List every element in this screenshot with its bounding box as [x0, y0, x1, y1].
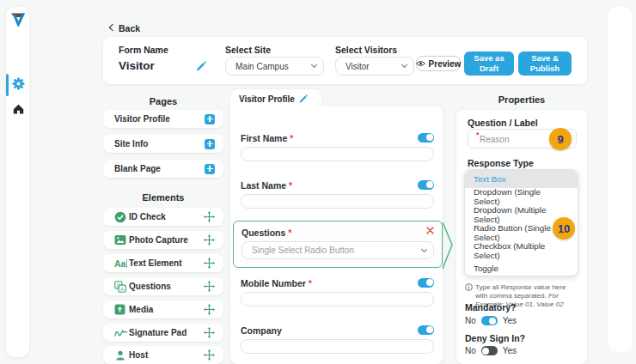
element-item-host[interactable]: Host: [103, 346, 223, 364]
form-name-value: Visitor: [119, 59, 155, 72]
page-item-label: Blank Page: [114, 164, 205, 173]
element-item-photo-capture[interactable]: Photo Capture: [103, 231, 223, 249]
questions-response-value: Single Select Radio Button: [252, 246, 422, 255]
back-button[interactable]: Back: [110, 23, 140, 33]
chevron-left-icon: [109, 24, 116, 31]
add-page-icon[interactable]: [205, 139, 215, 149]
add-page-icon[interactable]: [205, 114, 215, 124]
select-site-label: Select Site: [225, 45, 271, 55]
callout-arrow: [442, 220, 454, 271]
drag-handle-icon[interactable]: [204, 258, 215, 269]
edit-form-name-button[interactable]: [196, 61, 206, 71]
right-rail: [608, 7, 632, 352]
visitors-select[interactable]: Visitor: [335, 57, 414, 76]
field-label-mobile-number: Mobile Number*: [241, 278, 312, 288]
preview-button[interactable]: Preview: [416, 56, 461, 71]
gear-icon: [12, 77, 25, 90]
pages-title: Pages: [103, 96, 223, 106]
no-label: No: [465, 346, 476, 355]
id-check-icon: [114, 211, 129, 223]
add-page-icon[interactable]: [205, 164, 215, 174]
field-label-first-name: First Name*: [241, 133, 293, 143]
step-badge-10: 10: [553, 217, 575, 240]
option-toggle[interactable]: Toggle: [465, 259, 578, 277]
field-toggle-first-name[interactable]: [418, 133, 434, 143]
visitors-select-value: Visitor: [346, 62, 402, 71]
element-item-label: ID Check: [129, 212, 204, 221]
element-item-media[interactable]: Media: [103, 300, 223, 318]
close-icon: [426, 227, 434, 234]
page-item-blank-page[interactable]: Blank Page: [103, 160, 223, 178]
questions-response-select[interactable]: Single Select Radio Button: [242, 241, 434, 259]
question-label: Question / Label: [468, 118, 538, 128]
pencil-icon[interactable]: [299, 94, 308, 103]
field-label-company: Company: [241, 325, 282, 336]
required-asterisk: *: [476, 130, 480, 139]
element-item-questions[interactable]: Q A Questions: [103, 277, 223, 295]
element-item-label: Media: [129, 305, 204, 314]
drag-handle-icon[interactable]: [204, 349, 215, 361]
app-logo[interactable]: [10, 12, 26, 27]
settings-nav-item[interactable]: [12, 77, 25, 90]
pencil-icon: [196, 61, 206, 71]
photo-capture-icon: [114, 234, 129, 246]
left-rail: [6, 7, 29, 357]
field-input-last-name[interactable]: [241, 194, 434, 209]
element-item-label: Photo Capture: [129, 235, 204, 245]
signature-pad-icon: [114, 328, 129, 338]
element-item-id-check[interactable]: ID Check: [103, 208, 223, 226]
page-tab-visitor-profile[interactable]: Visitor Profile: [230, 89, 321, 108]
chevron-down-icon: [311, 62, 317, 68]
preview-label: Preview: [429, 59, 462, 69]
deny-sign-in-toggle-row: No Yes: [465, 346, 517, 355]
field-toggle-company[interactable]: [418, 325, 434, 335]
deny-sign-in-label: Deny Sign In?: [465, 333, 525, 343]
save-draft-button[interactable]: Save as Draft: [464, 52, 514, 76]
drag-handle-icon[interactable]: [204, 327, 215, 338]
element-item-text-element[interactable]: Aa Text Element: [103, 254, 223, 272]
field-toggle-mobile-number[interactable]: [418, 278, 434, 288]
question-input-value: Reason: [480, 135, 509, 144]
site-select-value: Main Campus: [235, 62, 312, 71]
page-item-visitor-profile[interactable]: Visitor Profile: [103, 110, 223, 128]
mandatory-toggle[interactable]: [481, 316, 498, 325]
info-icon: [465, 283, 473, 291]
page-item-site-info[interactable]: Site Info: [103, 135, 223, 153]
required-asterisk: *: [289, 180, 292, 191]
home-nav-item[interactable]: [13, 104, 24, 114]
option-dropdown-single-select[interactable]: Dropdown (Single Select): [465, 188, 578, 206]
remove-element-button[interactable]: [426, 227, 434, 234]
field-toggle-last-name[interactable]: [418, 180, 434, 190]
option-text-box[interactable]: Text Box: [465, 170, 578, 188]
mandatory-label: Mandatory?: [465, 302, 517, 312]
field-input-mobile-number[interactable]: [241, 292, 434, 306]
drag-handle-icon[interactable]: [204, 211, 215, 222]
option-checkbox-multiple-select[interactable]: Checkbox (Multiple Select): [465, 241, 578, 259]
drag-handle-icon[interactable]: [204, 304, 215, 315]
media-icon: [114, 304, 129, 315]
save-publish-button[interactable]: Save & Publish: [518, 52, 572, 76]
form-name-label: Form Name: [119, 45, 168, 55]
home-icon: [13, 104, 24, 114]
step-badge-9: 9: [549, 128, 572, 150]
text-element-icon: Aa: [114, 258, 129, 269]
no-label: No: [465, 316, 476, 325]
chevron-down-icon: [401, 62, 407, 68]
element-item-label: Host: [129, 350, 204, 360]
deny-sign-in-toggle[interactable]: [481, 346, 498, 355]
element-item-label: Questions: [129, 282, 204, 291]
yes-label: Yes: [503, 316, 517, 325]
field-input-company[interactable]: [241, 339, 434, 354]
required-asterisk: *: [288, 228, 291, 238]
field-label-last-name: Last Name*: [241, 180, 292, 191]
properties-title: Properties: [456, 94, 587, 105]
page-item-label: Visitor Profile: [114, 114, 205, 124]
questions-icon: Q A: [114, 281, 129, 293]
site-select[interactable]: Main Campus: [225, 57, 324, 76]
field-input-first-name[interactable]: [241, 147, 434, 161]
drag-handle-icon[interactable]: [204, 234, 215, 246]
host-icon: [114, 349, 129, 361]
drag-handle-icon[interactable]: [204, 281, 215, 292]
element-item-signature-pad[interactable]: Signature Pad: [103, 324, 223, 342]
select-visitors-label: Select Visitors: [335, 45, 397, 55]
